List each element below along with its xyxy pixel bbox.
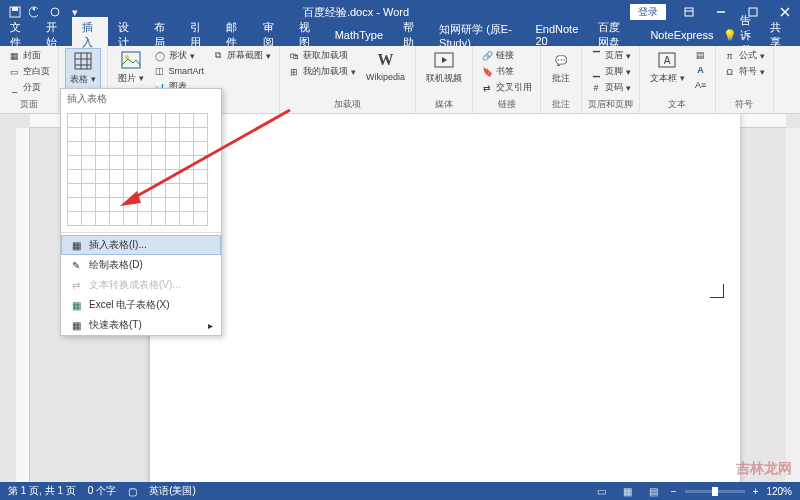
menu-mathtype[interactable]: MathType	[325, 26, 393, 44]
wikipedia-button[interactable]: W Wikipedia	[362, 48, 409, 84]
dropdown-header: 插入表格	[61, 89, 221, 109]
draw-table-menuitem[interactable]: ✎绘制表格(D)	[61, 255, 221, 275]
wikipedia-icon: W	[376, 50, 396, 70]
quick-tables-menuitem[interactable]: ▦快速表格(T)▸	[61, 315, 221, 335]
smartart-button[interactable]: ◫SmartArt	[152, 64, 207, 78]
smartart-icon: ◫	[154, 65, 166, 77]
table-icon: ▦	[69, 238, 83, 252]
break-icon: ⎯	[8, 82, 20, 94]
svg-rect-3	[685, 8, 693, 16]
blank-page-button[interactable]: ▭空白页	[6, 64, 52, 79]
web-layout-icon[interactable]: ▤	[645, 484, 663, 498]
pencil-icon: ✎	[69, 258, 83, 272]
quick-icon: ▦	[69, 318, 83, 332]
convert-text-menuitem: ⇄文本转换成表格(V)...	[61, 275, 221, 295]
qat-dropdown-icon[interactable]: ▾	[68, 5, 82, 19]
status-page[interactable]: 第 1 页, 共 1 页	[8, 484, 76, 498]
cover-page-button[interactable]: ▦封面	[6, 48, 52, 63]
picture-button[interactable]: 图片 ▾	[114, 48, 148, 87]
header-button[interactable]: ▔页眉 ▾	[588, 48, 633, 63]
group-label: 批注	[547, 98, 575, 111]
footer-icon: ▁	[590, 66, 602, 78]
svg-rect-1	[12, 7, 18, 11]
zoom-level[interactable]: 120%	[766, 486, 792, 497]
ribbon-options-icon[interactable]	[674, 0, 704, 24]
excel-icon: ▦	[69, 298, 83, 312]
zoom-slider[interactable]	[685, 490, 745, 493]
symbol-button[interactable]: Ω符号 ▾	[722, 64, 767, 79]
print-layout-icon[interactable]: ▦	[619, 484, 637, 498]
cover-icon: ▦	[8, 50, 20, 62]
group-label: 文本	[646, 98, 709, 111]
svg-point-14	[125, 55, 129, 59]
svg-point-2	[51, 8, 59, 16]
xref-icon: ⇄	[481, 82, 493, 94]
link-icon: 🔗	[481, 50, 493, 62]
shapes-button[interactable]: ◯形状 ▾	[152, 48, 207, 63]
textbox-icon: A	[657, 50, 677, 70]
group-text: A 文本框 ▾ ▤ A A≡ 文本	[640, 46, 716, 113]
screenshot-button[interactable]: ⧉屏幕截图 ▾	[210, 48, 273, 63]
status-spell-icon[interactable]: ▢	[128, 486, 137, 497]
status-words[interactable]: 0 个字	[88, 484, 116, 498]
menu-noteexpress[interactable]: NoteExpress	[640, 26, 723, 44]
zoom-in-icon[interactable]: +	[753, 486, 759, 497]
quickparts-button[interactable]: ▤	[693, 48, 709, 62]
group-addins: 🛍获取加载项 ⊞我的加载项 ▾ W Wikipedia 加载项	[280, 46, 416, 113]
insert-table-menuitem[interactable]: ▦插入表格(I)...	[61, 235, 221, 255]
save-icon[interactable]	[8, 5, 22, 19]
text-cursor	[710, 284, 724, 298]
bulb-icon: 💡	[723, 29, 737, 42]
undo-icon[interactable]	[28, 5, 42, 19]
addins-icon: ⊞	[288, 66, 300, 78]
separator	[61, 232, 221, 233]
group-header-footer: ▔页眉 ▾ ▁页脚 ▾ #页码 ▾ 页眉和页脚	[582, 46, 640, 113]
pagenum-button[interactable]: #页码 ▾	[588, 80, 633, 95]
group-comment: 💬 批注 批注	[541, 46, 582, 113]
comment-button[interactable]: 💬 批注	[547, 48, 575, 87]
group-label: 符号	[722, 98, 767, 111]
shapes-icon: ◯	[154, 50, 166, 62]
equation-button[interactable]: π公式 ▾	[722, 48, 767, 63]
screenshot-icon: ⧉	[212, 50, 224, 62]
table-button[interactable]: 表格 ▾	[65, 48, 101, 89]
textbox-button[interactable]: A 文本框 ▾	[646, 48, 689, 87]
read-mode-icon[interactable]: ▭	[593, 484, 611, 498]
vertical-scrollbar[interactable]	[786, 128, 800, 482]
equation-icon: π	[724, 50, 736, 62]
table-grid-picker[interactable]	[61, 109, 221, 230]
group-symbol: π公式 ▾ Ω符号 ▾ 符号	[716, 46, 774, 113]
svg-text:A: A	[664, 55, 671, 66]
dropcap-button[interactable]: A≡	[693, 78, 709, 92]
vertical-ruler[interactable]	[16, 128, 30, 482]
svg-rect-13	[122, 52, 140, 68]
blank-icon: ▭	[8, 66, 20, 78]
table-dropdown-menu: 插入表格 ▦插入表格(I)... ✎绘制表格(D) ⇄文本转换成表格(V)...…	[60, 88, 222, 336]
footer-button[interactable]: ▁页脚 ▾	[588, 64, 633, 79]
status-bar: 第 1 页, 共 1 页 0 个字 ▢ 英语(美国) ▭ ▦ ▤ − + 120…	[0, 482, 800, 500]
quick-access-toolbar: ▾	[0, 5, 82, 19]
group-media: 联机视频 媒体	[416, 46, 473, 113]
picture-icon	[121, 50, 141, 70]
link-button[interactable]: 🔗链接	[479, 48, 534, 63]
pagenum-icon: #	[590, 82, 602, 94]
video-icon	[434, 50, 454, 70]
redo-icon[interactable]	[48, 5, 62, 19]
document-page[interactable]	[150, 114, 740, 482]
video-button[interactable]: 联机视频	[422, 48, 466, 87]
wordart-button[interactable]: A	[693, 63, 709, 77]
bookmark-icon: 🔖	[481, 66, 493, 78]
group-label: 链接	[479, 98, 534, 111]
bookmark-button[interactable]: 🔖书签	[479, 64, 534, 79]
convert-icon: ⇄	[69, 278, 83, 292]
watermark: 吉林龙网	[736, 460, 792, 478]
excel-spreadsheet-menuitem[interactable]: ▦Excel 电子表格(X)	[61, 295, 221, 315]
symbol-icon: Ω	[724, 66, 736, 78]
get-addins-button[interactable]: 🛍获取加载项	[286, 48, 358, 63]
my-addins-button[interactable]: ⊞我的加载项 ▾	[286, 64, 358, 79]
group-pages: ▦封面 ▭空白页 ⎯分页 页面	[0, 46, 59, 113]
status-language[interactable]: 英语(美国)	[149, 484, 196, 498]
page-break-button[interactable]: ⎯分页	[6, 80, 52, 95]
zoom-out-icon[interactable]: −	[671, 486, 677, 497]
xref-button[interactable]: ⇄交叉引用	[479, 80, 534, 95]
